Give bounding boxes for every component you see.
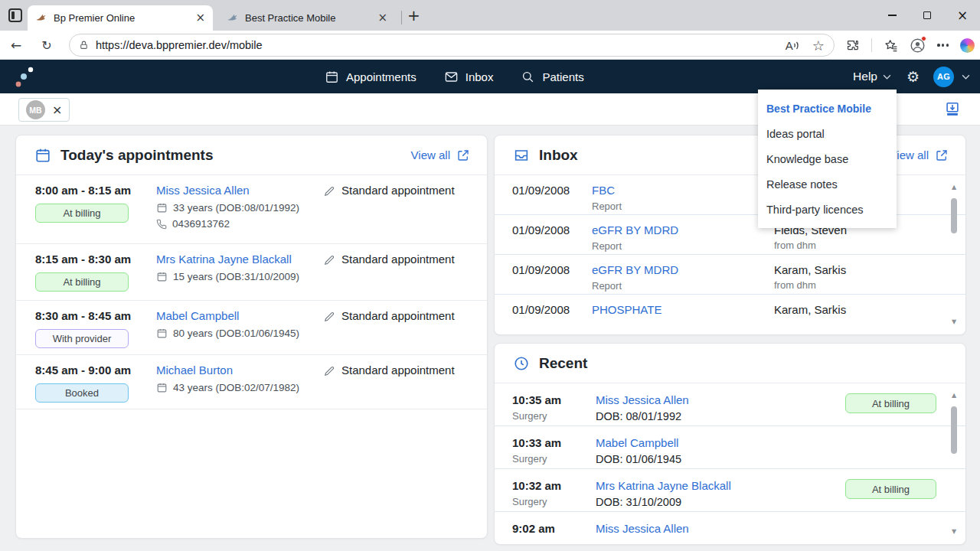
nav-item-appointments[interactable]: Appointments [325,70,416,84]
recent-time-col: 10:33 am Surgery [512,436,596,468]
chevron-down-icon[interactable] [962,74,970,80]
recent-card-header: Recent [495,344,965,383]
document-type: Report [592,240,774,252]
status-badge: At billing [35,272,129,292]
appointment-type-col: Standard appointment [323,309,475,354]
url-text: https://deva.bppremier.dev/mobile [96,39,779,51]
scroll-up-icon[interactable] [950,184,958,191]
back-button[interactable] [5,31,28,60]
patient-link[interactable]: Mrs Katrina Jayne Blackall [596,479,731,492]
close-icon[interactable] [52,104,62,116]
appointment-type-col: Standard appointment [323,364,475,409]
appointment-patient-col: Mabel Campbell 80 years (DOB:01/06/1945) [156,309,323,354]
appointment-type: Standard appointment [341,364,455,377]
window-close-button[interactable] [945,0,980,31]
user-avatar[interactable]: AG [933,67,954,87]
patient-link[interactable]: Miss Jessica Allen [596,522,689,535]
status-badge: At billing [35,204,129,223]
menu-item-knowledge-base[interactable]: Knowledge base [758,146,897,171]
appointment-time-col: 8:30 am - 8:45 am With provider [35,309,156,354]
pencil-icon [323,185,335,197]
tab-close-icon[interactable] [377,12,387,24]
recent-patient-col: Mabel Campbell DOB: 01/06/1945 [596,436,845,468]
recent-dob: DOB: 08/01/1992 [596,410,845,422]
settings-gear-icon[interactable] [906,70,920,84]
recent-row: 10:32 am Surgery Mrs Katrina Jayne Black… [495,469,965,512]
new-tab-button[interactable] [407,6,420,24]
help-label: Help [853,70,877,83]
browser-tab-active[interactable]: Bp Premier Online [28,5,213,31]
inbox-source: from dhm [774,279,935,291]
menu-item-best-practice-mobile[interactable]: Best Practice Mobile [758,96,897,121]
recent-row: 10:33 am Surgery Mabel Campbell DOB: 01/… [495,426,965,469]
document-link[interactable]: eGFR BY MDRD [592,263,678,276]
clock-icon [513,355,530,372]
window-maximize-button[interactable] [910,0,945,31]
browser-profile-button[interactable] [910,37,926,54]
scroll-thumb[interactable] [951,198,957,233]
menu-item-ideas-portal[interactable]: Ideas portal [758,121,897,146]
nav-label: Patients [542,70,583,83]
recent-dob: DOB: 01/06/1945 [596,453,845,465]
view-all-label: View all [411,148,450,161]
calendar-icon [156,382,168,393]
scroll-up-icon[interactable] [950,393,958,399]
download-icon[interactable] [944,100,961,118]
appointment-time-col: 8:15 am - 8:30 am At billing [35,253,156,300]
window-minimize-button[interactable] [874,0,910,31]
inbox-patient-col: Fields, Steven from dhm [774,223,935,254]
document-link[interactable]: eGFR BY MDRD [592,223,678,236]
patient-link[interactable]: Miss Jessica Allen [156,184,250,197]
address-bar[interactable]: https://deva.bppremier.dev/mobile [69,34,835,57]
appointments-view-all-link[interactable]: View all [411,148,470,162]
recent-time: 10:33 am [512,436,596,449]
inbox-view-all-link[interactable]: View all [890,148,949,162]
menu-item-third-party-licences[interactable]: Third-party licences [758,197,897,222]
inbox-scrollbar[interactable] [950,184,958,325]
menu-item-release-notes[interactable]: Release notes [758,171,897,197]
extensions-puzzle-icon[interactable] [845,38,860,53]
document-link[interactable]: PHOSPHATE [592,303,662,316]
patient-link[interactable]: Miss Jessica Allen [596,393,689,406]
nav-item-inbox[interactable]: Inbox [444,70,494,84]
appointment-time: 8:15 am - 8:30 am [35,253,156,266]
bpm-favicon-icon [227,12,239,24]
scroll-down-icon[interactable] [950,529,958,535]
recent-place: Surgery [512,453,596,465]
appointment-patient-col: Mrs Katrina Jayne Blackall 15 years (DOB… [156,253,323,300]
document-link[interactable]: FBC [592,184,615,197]
nav-label: Appointments [346,70,416,83]
patient-age: 33 years (DOB:08/01/1992) [173,202,299,214]
refresh-button[interactable] [35,31,58,60]
recent-time-col: 9:02 am [512,522,596,545]
nav-item-patients[interactable]: Patients [521,70,583,84]
help-menu-button[interactable]: Help [853,70,891,83]
browser-tab-inactive[interactable]: Best Practice Mobile [219,5,395,31]
inbox-doc-col: eGFR BY MDRD Report [592,263,774,294]
recent-scrollbar[interactable] [950,393,958,535]
calendar-icon [156,328,168,339]
patient-link[interactable]: Mabel Campbell [156,309,239,322]
recent-card: Recent 10:35 am Surgery Miss Jessica All… [494,343,966,545]
copilot-icon[interactable] [960,38,975,53]
inbox-source: from dhm [774,240,935,251]
inbox-row: 01/09/2008 PHOSPHATE Karam, Sarkis [495,295,965,334]
patient-link[interactable]: Mrs Katrina Jayne Blackall [156,253,292,266]
phone-icon [156,219,167,230]
tab-close-icon[interactable] [195,12,205,24]
recent-time-col: 10:32 am Surgery [512,479,596,511]
read-aloud-icon[interactable] [786,39,799,52]
patient-link[interactable]: Mabel Campbell [596,436,678,449]
app-nav-items: Appointments Inbox Patients [325,60,584,93]
inbox-doc-col: eGFR BY MDRD Report [592,223,774,254]
patient-chip[interactable]: MB [18,98,70,122]
tab-workspace-icon[interactable] [8,8,22,22]
favorites-hub-icon[interactable] [884,38,898,53]
inbox-date: 01/09/2008 [512,184,592,214]
scroll-thumb[interactable] [951,406,957,454]
browser-menu-icon[interactable] [937,44,949,46]
card-title: Inbox [539,147,578,164]
favorite-star-icon[interactable] [812,37,825,54]
patient-link[interactable]: Michael Burton [156,364,233,377]
scroll-down-icon[interactable] [950,319,958,325]
